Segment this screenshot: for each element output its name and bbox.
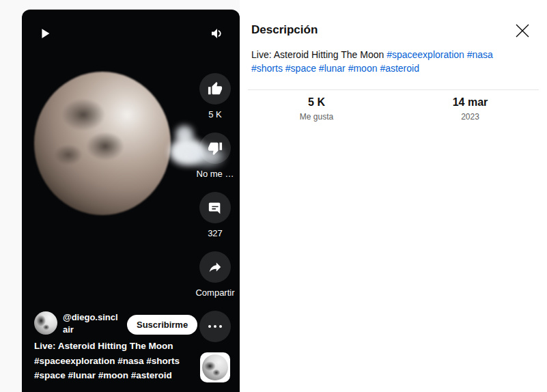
date-label: 2023: [393, 112, 547, 122]
page-background: 5 K No me … 327: [0, 0, 547, 392]
channel-row: @diego.sinclair Suscribirme: [34, 311, 229, 336]
comment-icon: [208, 200, 223, 215]
close-button[interactable]: [514, 23, 531, 39]
panel-title: Descripción: [251, 23, 535, 37]
panel-header: Descripción: [240, 0, 547, 37]
stat-likes: 5 K Me gusta: [240, 95, 393, 122]
video-title: Live: Asteroid Hitting The Moon #spaceex…: [34, 339, 205, 383]
likes-value: 5 K: [240, 95, 393, 110]
description-text: Live: Asteroid Hitting The Moon #spaceex…: [240, 37, 535, 75]
share-group: Compartir: [195, 251, 234, 298]
shorts-player[interactable]: 5 K No me … 327: [22, 10, 240, 392]
hashtag-link[interactable]: #lunar: [319, 63, 346, 74]
hashtag-link[interactable]: #nasa: [467, 49, 493, 60]
close-icon: [514, 23, 531, 39]
subscribe-button[interactable]: Suscribirme: [127, 315, 197, 335]
hashtag-link[interactable]: #shorts: [251, 63, 283, 74]
thumb-down-icon: [208, 141, 223, 156]
like-button[interactable]: [199, 73, 231, 104]
stats-row: 5 K Me gusta 14 mar 2023: [240, 95, 547, 122]
share-icon: [208, 260, 223, 275]
comments-group: 327: [199, 192, 231, 238]
hashtag-link[interactable]: #moon: [348, 63, 378, 74]
likes-label: Me gusta: [240, 112, 393, 122]
channel-avatar[interactable]: [34, 311, 57, 335]
moon-image: [34, 72, 171, 215]
comments-button[interactable]: [199, 192, 231, 223]
share-button[interactable]: [199, 251, 231, 283]
channel-handle[interactable]: @diego.sinclair: [63, 311, 119, 336]
dislike-group: No me …: [197, 132, 234, 179]
share-label: Compartir: [195, 288, 234, 298]
description-panel: Descripción Live: Asteroid Hitting The M…: [240, 0, 547, 392]
date-value: 14 mar: [393, 95, 547, 110]
divider: [248, 89, 539, 90]
hashtag-link[interactable]: #asteroid: [380, 63, 419, 74]
description-plain-text: Live: Asteroid Hitting The Moon: [251, 49, 384, 60]
like-count: 5 K: [208, 109, 222, 120]
audio-thumbnail: [202, 354, 228, 380]
dislike-label: No me …: [197, 169, 234, 179]
comments-count: 327: [208, 228, 223, 238]
thumb-up-icon: [208, 81, 223, 96]
stat-date: 14 mar 2023: [393, 95, 547, 122]
hashtag-link[interactable]: #space: [285, 63, 316, 74]
action-rail: 5 K No me … 327: [193, 73, 237, 382]
dislike-button[interactable]: [199, 132, 231, 164]
like-group: 5 K: [199, 73, 231, 120]
hashtag-link[interactable]: #spaceexploration: [387, 49, 464, 60]
